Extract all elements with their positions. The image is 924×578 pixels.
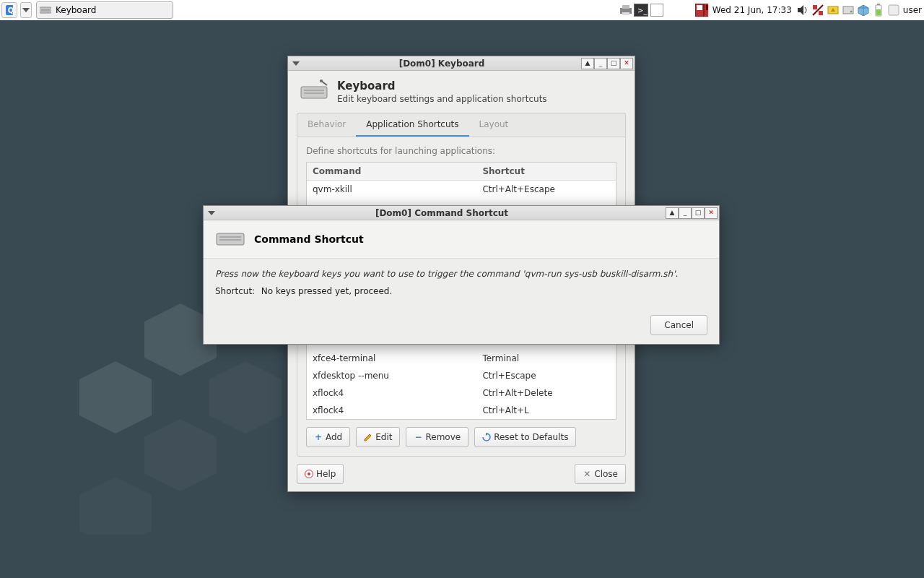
svg-rect-33 <box>889 5 899 15</box>
edit-button[interactable]: Edit <box>356 427 400 447</box>
app-menu-button[interactable]: Q <box>1 2 17 18</box>
window-menu-icon[interactable] <box>289 58 302 69</box>
svg-marker-34 <box>292 61 300 66</box>
titlebar[interactable]: [Dom0] Keyboard ▲ _ □ ✕ <box>288 56 635 71</box>
svg-rect-35 <box>301 87 327 98</box>
define-label: Define shortcuts for launching applicati… <box>306 146 616 156</box>
keyboard-header-icon <box>300 79 328 101</box>
tabs: Behavior Application Shortcuts Layout <box>297 113 626 137</box>
table-row[interactable]: xflock4 Ctrl+Alt+Delete <box>307 384 616 402</box>
help-button[interactable]: Help <box>297 464 344 484</box>
dialog-instruction: Press now the keyboard keys you want to … <box>215 269 707 279</box>
table-row[interactable]: qvm-xkill Ctrl+Alt+Escape <box>307 181 616 198</box>
svg-marker-3 <box>144 419 217 491</box>
user-menu-icon[interactable] <box>887 4 900 17</box>
tab-application-shortcuts[interactable]: Application Shortcuts <box>356 113 468 137</box>
svg-marker-2 <box>209 361 282 434</box>
table-row[interactable]: xfce4-terminal Terminal <box>307 350 616 367</box>
shade-button[interactable]: ▲ <box>666 207 679 219</box>
cube-icon[interactable] <box>857 4 870 17</box>
page-subtitle: Edit keyboard settings and application s… <box>337 94 547 104</box>
printer-icon[interactable] <box>619 4 632 17</box>
top-panel: Q Keyboard >_ Wed 21 Jun, 17:33 user <box>0 0 924 20</box>
page-title: Keyboard <box>337 79 547 92</box>
svg-rect-25 <box>843 7 853 14</box>
svg-point-38 <box>320 79 323 82</box>
svg-text:>_: >_ <box>637 7 648 15</box>
svg-point-26 <box>850 11 852 13</box>
dialog-titlebar[interactable]: [Dom0] Command Shortcut ▲ _ □ ✕ <box>204 206 719 220</box>
close-window-button[interactable]: ✕Close <box>575 464 626 484</box>
col-shortcut[interactable]: Shortcut <box>476 163 616 180</box>
tab-behavior[interactable]: Behavior <box>297 113 356 137</box>
shortcut-label: Shortcut: <box>215 286 258 296</box>
minimize-button[interactable]: _ <box>679 207 692 219</box>
dialog-title: [Dom0] Command Shortcut <box>218 208 666 218</box>
svg-rect-31 <box>877 4 880 5</box>
minus-icon: − <box>414 433 422 441</box>
svg-text:Q: Q <box>8 7 13 14</box>
svg-rect-8 <box>40 7 51 13</box>
svg-rect-18 <box>706 5 708 10</box>
pencil-icon <box>364 433 372 441</box>
battery-icon[interactable] <box>872 4 885 17</box>
help-icon <box>305 470 313 478</box>
remove-button[interactable]: −Remove <box>406 427 468 447</box>
svg-rect-17 <box>697 5 702 10</box>
window-title: [Dom0] Keyboard <box>302 59 581 69</box>
shortcut-value: No keys pressed yet, proceed. <box>261 286 392 296</box>
svg-point-41 <box>308 473 310 475</box>
add-button[interactable]: +Add <box>306 427 350 447</box>
table-row[interactable]: xfdesktop --menu Ctrl+Escape <box>307 367 616 384</box>
svg-marker-19 <box>798 5 803 15</box>
refresh-icon <box>482 433 491 441</box>
svg-marker-1 <box>79 361 152 434</box>
tab-layout[interactable]: Layout <box>469 113 519 137</box>
svg-rect-13 <box>622 12 629 15</box>
clock[interactable]: Wed 21 Jun, 17:33 <box>712 5 792 15</box>
close-button[interactable]: ✕ <box>620 58 633 69</box>
volume-icon[interactable] <box>796 4 809 17</box>
col-command[interactable]: Command <box>307 163 476 180</box>
maximize-button[interactable]: □ <box>692 207 705 219</box>
terminal-tray-icon[interactable]: >_ <box>634 4 648 17</box>
keyboard-icon <box>215 230 245 248</box>
svg-marker-7 <box>22 8 30 12</box>
taskbar-item-keyboard[interactable]: Keyboard <box>36 1 173 19</box>
updates-icon[interactable] <box>827 4 840 17</box>
user-label[interactable]: user <box>903 5 922 15</box>
blank-tray-icon[interactable] <box>650 4 663 17</box>
svg-marker-4 <box>79 477 152 535</box>
dialog-heading: Command Shortcut <box>254 233 364 245</box>
svg-rect-21 <box>819 11 823 15</box>
svg-rect-43 <box>217 233 244 245</box>
svg-rect-32 <box>876 9 881 15</box>
network-disconnected-icon[interactable] <box>811 4 824 17</box>
window-menu-icon[interactable] <box>205 207 218 219</box>
taskbar-item-label: Keyboard <box>56 5 96 15</box>
minimize-button[interactable]: _ <box>594 58 607 69</box>
reset-defaults-button[interactable]: Reset to Defaults <box>474 427 576 447</box>
shade-button[interactable]: ▲ <box>581 58 594 69</box>
svg-rect-20 <box>813 5 817 9</box>
svg-marker-42 <box>208 211 215 215</box>
disk-tray-icon[interactable] <box>842 4 855 17</box>
workspace-switcher[interactable] <box>695 4 708 17</box>
cancel-button[interactable]: Cancel <box>650 315 707 335</box>
panel-menu-button[interactable] <box>20 2 32 18</box>
plus-icon: + <box>314 433 323 441</box>
command-shortcut-dialog: [Dom0] Command Shortcut ▲ _ □ ✕ Command … <box>203 205 720 345</box>
close-button[interactable]: ✕ <box>705 207 718 219</box>
maximize-button[interactable]: □ <box>607 58 620 69</box>
table-row[interactable]: xflock4 Ctrl+Alt+L <box>307 402 616 419</box>
svg-rect-12 <box>622 5 629 9</box>
keyboard-icon <box>40 4 51 16</box>
close-icon: ✕ <box>583 470 591 478</box>
